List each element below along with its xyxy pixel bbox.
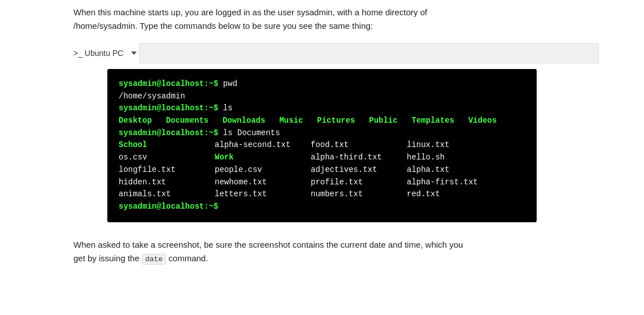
- outro-line1: When asked to take a screenshot, be sure…: [73, 240, 463, 249]
- dir-Templates: Templates: [412, 115, 464, 127]
- outro-paragraph: When asked to take a screenshot, be sure…: [73, 238, 599, 266]
- doc-hello: hello.sh: [407, 152, 503, 164]
- prompt-1: sysadmin@localhost:~$: [119, 79, 223, 88]
- doc-adjectives: adjectives.txt: [311, 164, 407, 176]
- dir-Public: Public: [369, 115, 407, 127]
- doc-people-csv: people.csv: [215, 164, 311, 176]
- ls-home-output: Desktop Documents Downloads Music Pictur…: [119, 115, 525, 127]
- cmd-ls: ls: [223, 103, 233, 113]
- doc-letters: letters.txt: [215, 188, 311, 201]
- prompt-3: sysadmin@localhost:~$: [119, 128, 223, 137]
- doc-School: School: [119, 139, 215, 152]
- terminal-line-ls: sysadmin@localhost:~$ ls: [119, 102, 525, 115]
- ls-docs-output: School alpha-second.txt food.txt linux.t…: [119, 139, 525, 200]
- doc-os-csv: os.csv: [119, 152, 215, 164]
- doc-newhome: newhome.txt: [215, 176, 311, 189]
- intro-line2: /home/sysadmin. Type the commands below …: [73, 21, 373, 31]
- doc-hidden: hidden.txt: [119, 176, 215, 189]
- terminal-label-text: >_ Ubuntu PC: [73, 49, 123, 58]
- terminal-final-prompt: sysadmin@localhost:~$: [119, 201, 525, 213]
- cmd-pwd: pwd: [223, 79, 237, 88]
- dir-Music: Music: [279, 115, 312, 127]
- doc-profile: profile.txt: [311, 176, 407, 189]
- doc-linux: linux.txt: [407, 139, 503, 152]
- dir-Videos: Videos: [468, 115, 497, 127]
- chevron-down-icon: [131, 51, 137, 55]
- cmd-ls-docs: ls Documents: [223, 128, 280, 137]
- terminal-line-pwd: sysadmin@localhost:~$ pwd: [119, 78, 525, 90]
- terminal-dropdown-button[interactable]: [128, 51, 139, 55]
- terminal-line-ls-docs: sysadmin@localhost:~$ ls Documents: [119, 127, 525, 140]
- doc-Work: Work: [215, 152, 311, 164]
- doc-alpha-first: alpha-first.txt: [407, 176, 503, 189]
- terminal-label: >_ Ubuntu PC: [73, 49, 123, 58]
- dir-Documents: Documents: [166, 115, 218, 127]
- date-command-code: date: [142, 254, 166, 265]
- doc-longfile: longfile.txt: [119, 164, 215, 176]
- doc-numbers: numbers.txt: [311, 188, 407, 201]
- terminal-selector-row: >_ Ubuntu PC: [73, 43, 599, 63]
- doc-food: food.txt: [311, 139, 407, 152]
- outro-line2-end: command.: [166, 253, 208, 263]
- prompt-2: sysadmin@localhost:~$: [119, 103, 223, 113]
- dir-Downloads: Downloads: [223, 115, 275, 127]
- doc-alpha-third: alpha-third.txt: [311, 152, 407, 164]
- prompt-final: sysadmin@localhost:~$: [119, 202, 218, 211]
- terminal-input-bar: [139, 43, 599, 63]
- doc-red: red.txt: [407, 188, 503, 201]
- dir-Desktop: Desktop: [119, 115, 162, 127]
- doc-animals: animals.txt: [119, 188, 215, 201]
- terminal-output-homedir: /home/sysadmin: [119, 90, 525, 103]
- intro-line1: When this machine starts up, you are log…: [73, 7, 427, 17]
- doc-alpha-second: alpha-second.txt: [215, 139, 311, 152]
- doc-alpha: alpha.txt: [407, 164, 503, 176]
- intro-paragraph: When this machine starts up, you are log…: [73, 6, 599, 33]
- dir-Pictures: Pictures: [317, 115, 364, 127]
- outro-line2-text: get by issuing the: [73, 253, 142, 263]
- terminal-window: sysadmin@localhost:~$ pwd /home/sysadmin…: [107, 69, 537, 222]
